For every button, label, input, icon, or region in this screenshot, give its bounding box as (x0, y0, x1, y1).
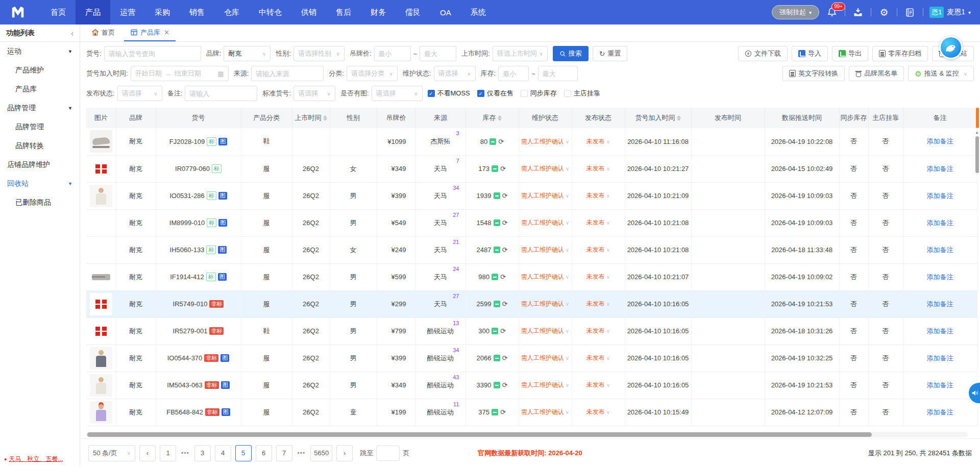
add-remark-link[interactable]: 添加备注 (927, 408, 953, 416)
sku-input[interactable] (104, 46, 201, 61)
checkbox-同步库存[interactable]: 同步库存 (521, 89, 557, 98)
publish-status-cell[interactable]: 未发布∨ (572, 317, 625, 345)
stock-refresh-icon[interactable]: ⟳ (502, 300, 508, 308)
page-button-3[interactable]: 3 (194, 445, 211, 461)
category-select[interactable]: 请选择分类∨ (347, 66, 398, 81)
product-image-cell[interactable] (86, 399, 116, 426)
stock-refresh-icon[interactable]: ⟳ (500, 327, 506, 335)
stock-tag-icon[interactable] (494, 301, 500, 307)
maintain-status-cell[interactable]: 需人工维护确认∨ (519, 128, 572, 155)
sidebar-item-品牌转换[interactable]: 品牌转换 (0, 136, 80, 155)
sidebar-item-产品库[interactable]: 产品库 (0, 80, 80, 99)
table-row[interactable]: 耐克IH5060-133标图服26Q2女¥249天马212487⟳需人工维护确认… (86, 236, 977, 263)
product-thumbnail[interactable] (90, 185, 112, 207)
horizontal-scrollbar-track[interactable] (86, 432, 968, 437)
stock-tag-icon[interactable] (489, 138, 496, 145)
table-row[interactable]: 耐克IO0531-286标图服26Q2男¥399天马341939⟳需人工维护确认… (86, 182, 977, 209)
nav-item-中转仓[interactable]: 中转仓 (249, 0, 291, 24)
nav-item-售后[interactable]: 售后 (326, 0, 361, 24)
sort-icons[interactable] (323, 115, 327, 121)
publish-status-cell[interactable]: 未发布∨ (572, 209, 625, 236)
zero-stock-archive-button[interactable]: 零库存归档 (872, 46, 928, 61)
english-field-convert-button[interactable]: 英文字段转换 (782, 66, 845, 81)
maintain-status-cell[interactable]: 需人工维护确认∨ (519, 209, 572, 236)
publish-status-cell[interactable]: 未发布∨ (572, 182, 625, 209)
gender-select[interactable]: 请选择性别∨ (293, 46, 345, 61)
add-remark-link[interactable]: 添加备注 (927, 327, 953, 335)
table-row[interactable]: 耐克FJ2028-109标图鞋¥1099杰斯拓380⟳需人工维护确认∨未发布∨2… (86, 128, 977, 155)
page-button-1[interactable]: 1 (160, 445, 176, 461)
nav-item-产品[interactable]: 产品 (76, 0, 110, 24)
settings-gear-icon[interactable]: ⚙ (877, 6, 891, 19)
stock-max-input[interactable] (538, 66, 578, 81)
tab-home[interactable]: 首页 (85, 24, 121, 41)
product-thumbnail[interactable] (90, 212, 112, 234)
add-remark-link[interactable]: 添加备注 (927, 137, 953, 145)
stock-tag-icon[interactable] (494, 382, 500, 388)
export-button[interactable]: 导出 (832, 46, 868, 61)
page-button-7[interactable]: 7 (276, 445, 292, 461)
table-row[interactable]: 耐克FB5648-842非标图服26Q2童¥199酷锐运动11375⟳需人工维护… (86, 399, 977, 426)
nav-item-销售[interactable]: 销售 (180, 0, 214, 24)
stock-min-input[interactable] (498, 66, 529, 81)
stock-refresh-icon[interactable]: ⟳ (500, 408, 506, 416)
has-picture-select[interactable]: 请选择∨ (372, 86, 423, 101)
next-page-button[interactable]: › (336, 445, 353, 461)
reset-button[interactable]: ↻ 重置 (593, 46, 628, 61)
add-remark-link[interactable]: 添加备注 (927, 165, 953, 173)
product-thumbnail[interactable] (90, 374, 112, 397)
stock-tag-icon[interactable] (492, 165, 498, 172)
stock-tag-icon[interactable] (492, 274, 498, 280)
publish-status-cell[interactable]: 未发布∨ (572, 290, 625, 317)
prev-page-button[interactable]: ‹ (139, 445, 156, 461)
column-header-货号加入时间[interactable]: 货号加入时间 (625, 108, 691, 128)
price-min-input[interactable] (374, 46, 411, 61)
table-row[interactable]: 耐克IO0544-370非标图服26Q2男¥399酷锐运动342066⟳需人工维… (86, 345, 977, 372)
sidebar-item-已删除商品[interactable]: 已删除商品 (0, 193, 80, 212)
brand-blacklist-button[interactable]: 品牌黑名单 (849, 66, 904, 81)
contacts-book-icon[interactable] (903, 6, 917, 19)
stock-refresh-icon[interactable]: ⟳ (502, 219, 508, 227)
floating-assistant-bird-icon[interactable] (939, 36, 963, 59)
column-header-库存[interactable]: 库存 (465, 108, 519, 128)
push-monitor-button[interactable]: ⚙推送 & 监控∨ (908, 66, 974, 81)
maintain-status-cell[interactable]: 需人工维护确认∨ (519, 372, 572, 399)
add-remark-link[interactable]: 添加备注 (927, 354, 953, 362)
page-button-5[interactable]: 5 (235, 445, 252, 461)
sidebar-collapse-icon[interactable]: ‹ (71, 29, 74, 37)
page-button-6[interactable]: 6 (256, 445, 272, 461)
product-image-cell[interactable] (86, 317, 116, 345)
add-remark-link[interactable]: 添加备注 (927, 300, 953, 308)
stock-tag-icon[interactable] (492, 409, 498, 415)
force-suspend-button[interactable]: 强制挂起 ▾ (772, 5, 819, 19)
notifications-bell-icon[interactable]: 99+ (825, 6, 839, 19)
maintain-status-cell[interactable]: 需人工维护确认∨ (519, 290, 572, 317)
sort-icons[interactable] (677, 115, 681, 121)
stock-tag-icon[interactable] (494, 219, 500, 226)
stock-refresh-icon[interactable]: ⟳ (502, 192, 508, 200)
product-thumbnail[interactable] (90, 266, 112, 288)
publish-status-cell[interactable]: 未发布∨ (572, 155, 625, 182)
add-remark-link[interactable]: 添加备注 (927, 381, 953, 389)
sidebar-item-店铺品牌维护[interactable]: 店铺品牌维护 (0, 155, 80, 174)
sidebar-item-产品维护[interactable]: 产品维护 (0, 61, 80, 80)
stock-tag-icon[interactable] (492, 328, 498, 334)
nav-item-首页[interactable]: 首页 (41, 0, 76, 24)
product-thumbnail[interactable] (90, 239, 112, 261)
maintain-status-select[interactable]: 请选择∨ (434, 66, 476, 81)
table-row[interactable]: 耐克IR0779-060标服26Q2女¥349天马7173⟳需人工维护确认∨未发… (86, 155, 977, 182)
jump-page-input[interactable] (376, 446, 400, 461)
join-time-range-picker[interactable]: 开始日期 → 结束日期 ▦ (131, 66, 229, 81)
sidebar-item-品牌管理[interactable]: 品牌管理▼ (0, 99, 80, 117)
table-row[interactable]: 耐克IR5749-010非标服26Q2男¥299天马272599⟳需人工维护确认… (86, 290, 977, 317)
product-thumbnail[interactable] (90, 130, 112, 153)
tab-product-library[interactable]: 产品库 ✕ (124, 24, 176, 41)
checkbox-主店挂靠[interactable]: 主店挂靠 (564, 89, 600, 98)
product-image-cell[interactable] (86, 372, 116, 399)
nav-item-采购[interactable]: 采购 (145, 0, 180, 24)
add-remark-link[interactable]: 添加备注 (927, 246, 953, 254)
table-row[interactable]: 耐克IR5279-001非标鞋26Q2男¥799酷锐运动13300⟳需人工维护确… (86, 317, 977, 345)
add-remark-link[interactable]: 添加备注 (927, 192, 953, 200)
product-image-cell[interactable] (86, 182, 116, 209)
sort-icons[interactable] (498, 115, 502, 121)
